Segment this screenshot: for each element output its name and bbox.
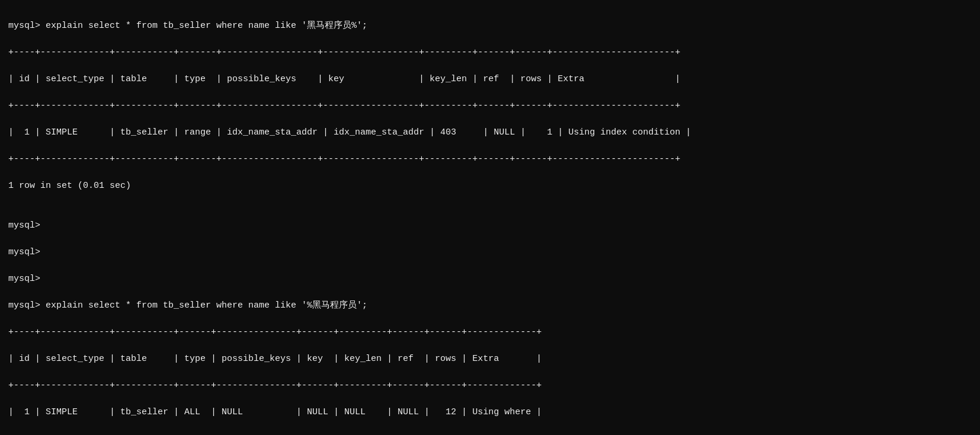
terminal-line-17: +----+-------------+-----------+------+-… — [8, 433, 972, 435]
terminal-window: mysql> explain select * from tb_seller w… — [8, 6, 972, 435]
terminal-line-1: mysql> explain select * from tb_seller w… — [8, 20, 972, 33]
terminal-line-11: mysql> — [8, 273, 972, 286]
terminal-line-4: +----+-------------+-----------+-------+… — [8, 100, 972, 113]
terminal-line-12: mysql> explain select * from tb_seller w… — [8, 299, 972, 313]
terminal-line-13: +----+-------------+-----------+------+-… — [8, 326, 972, 340]
terminal-line-16: | 1 | SIMPLE | tb_seller | ALL | NULL | … — [8, 406, 972, 420]
terminal-line-5: | 1 | SIMPLE | tb_seller | range | idx_n… — [8, 126, 972, 140]
terminal-line-15: +----+-------------+-----------+------+-… — [8, 379, 972, 393]
terminal-line-14: | id | select_type | table | type | poss… — [8, 353, 972, 366]
terminal-line-2: +----+-------------+-----------+-------+… — [8, 46, 972, 60]
terminal-line-10: mysql> — [8, 246, 972, 260]
terminal-line-3: | id | select_type | table | type | poss… — [8, 73, 972, 87]
terminal-line-6: +----+-------------+-----------+-------+… — [8, 153, 972, 167]
terminal-line-9: mysql> — [8, 219, 972, 233]
terminal-line-7: 1 row in set (0.01 sec) — [8, 180, 972, 193]
